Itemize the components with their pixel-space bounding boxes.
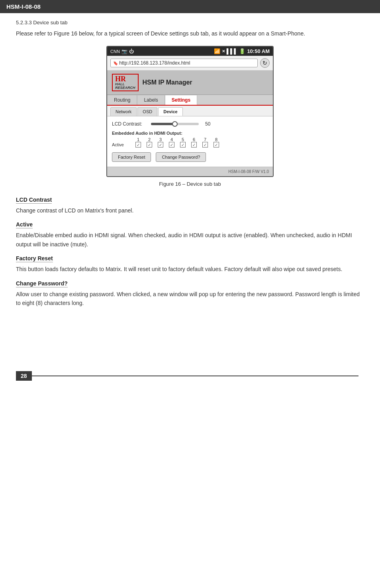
slider-thumb[interactable] bbox=[172, 121, 178, 127]
phone-mockup: CNN 📷 ⏻ 📶 ✕ ▌▌▌ 🔋 10:50 AM 🔖 http://192.… bbox=[106, 46, 274, 177]
phone-status-bar: CNN 📷 ⏻ 📶 ✕ ▌▌▌ 🔋 10:50 AM bbox=[107, 47, 273, 56]
header-title: HSM-I-08-08 bbox=[6, 3, 41, 10]
phone-footer: HSM-I-08-08 F/W V1.0 bbox=[107, 167, 273, 176]
lcd-contrast-value: 50 bbox=[205, 121, 210, 127]
active-label: Active bbox=[112, 142, 133, 147]
checkbox-7[interactable] bbox=[200, 142, 211, 147]
checkbox-6[interactable] bbox=[188, 142, 200, 147]
app-logo: HR HALLRESEARCH bbox=[112, 74, 139, 91]
section-lcd-contrast-body: Change contrast of LCD on Matrix's front… bbox=[16, 206, 364, 215]
checkbox-5[interactable] bbox=[177, 142, 188, 147]
cb-1[interactable] bbox=[135, 142, 141, 147]
firmware-version: HSM-I-08-08 F/W V1.0 bbox=[228, 169, 269, 174]
cb-4[interactable] bbox=[169, 142, 174, 147]
figure-caption: Figure 16 – Device sub tab bbox=[16, 181, 364, 187]
url-text: http://192.168.123.178/index.html bbox=[119, 60, 190, 66]
embedded-audio-section: Embedded Audio in HDMI Output: 1 2 3 4 5… bbox=[112, 131, 268, 147]
section-factory-reset-body: This button loads factory defaults to Ma… bbox=[16, 265, 364, 273]
power-icon: ⏻ bbox=[129, 49, 134, 54]
cb-2[interactable] bbox=[147, 142, 152, 147]
intro-text: Please refer to Figure 16 below, for a t… bbox=[16, 29, 364, 38]
col-num-7: 7 bbox=[200, 137, 211, 142]
signal-bars-icon: ▌▌▌ bbox=[227, 48, 238, 54]
embedded-audio-label: Embedded Audio in HDMI Output: bbox=[112, 131, 268, 136]
section-change-password-body: Allow user to change existing password. … bbox=[16, 290, 364, 308]
url-bar[interactable]: 🔖 http://192.168.123.178/index.html bbox=[110, 59, 258, 67]
subtab-device[interactable]: Device bbox=[158, 107, 182, 116]
cb-5[interactable] bbox=[180, 142, 186, 147]
browser-bar: 🔖 http://192.168.123.178/index.html ↻ bbox=[107, 56, 273, 71]
active-checkbox-row: Active bbox=[112, 142, 268, 147]
section-active-title: Active bbox=[16, 221, 33, 228]
slider-fill bbox=[151, 123, 175, 125]
app-title: HSM IP Manager bbox=[143, 79, 192, 86]
app-header: HR HALLRESEARCH HSM IP Manager bbox=[107, 71, 273, 95]
cb-8[interactable] bbox=[214, 142, 219, 147]
page-icon: 🔖 bbox=[113, 61, 118, 65]
col-num-5: 5 bbox=[177, 137, 188, 142]
time-display: 10:50 AM bbox=[247, 48, 270, 54]
status-left: CNN 📷 ⏻ bbox=[110, 49, 134, 54]
lcd-contrast-row: LCD Contrast: 50 bbox=[112, 121, 268, 127]
col-num-6: 6 bbox=[188, 137, 200, 142]
section-factory-reset: Factory Reset This button loads factory … bbox=[16, 255, 364, 273]
header-bar: HSM-I-08-08 bbox=[0, 0, 380, 13]
change-password-button[interactable]: Change Password? bbox=[156, 152, 206, 162]
section-factory-reset-title: Factory Reset bbox=[16, 255, 53, 262]
section-number: 5.2.3.3 Device sub tab bbox=[16, 20, 364, 26]
battery-icon: 🔋 bbox=[239, 48, 245, 54]
subtab-osd[interactable]: OSD bbox=[137, 107, 157, 116]
checkbox-2[interactable] bbox=[144, 142, 155, 147]
cb-3[interactable] bbox=[158, 142, 163, 147]
checkbox-1[interactable] bbox=[133, 142, 144, 147]
section-change-password-title: Change Password? bbox=[16, 280, 68, 287]
lcd-contrast-label: LCD Contrast: bbox=[112, 121, 148, 127]
tab-settings[interactable]: Settings bbox=[165, 95, 197, 105]
refresh-icon: ↻ bbox=[262, 60, 267, 66]
tab-routing[interactable]: Routing bbox=[107, 95, 137, 105]
checkbox-4[interactable] bbox=[166, 142, 177, 147]
subtab-network[interactable]: Network bbox=[110, 107, 137, 116]
footer-line bbox=[32, 376, 358, 376]
section-active-body: Enable/Disable embed audio in HDMI signa… bbox=[16, 231, 364, 249]
phone-content: LCD Contrast: 50 Embedded Audio in HDMI … bbox=[107, 116, 273, 167]
tab-labels[interactable]: Labels bbox=[137, 95, 165, 105]
col-num-2: 2 bbox=[144, 137, 155, 142]
col-num-3: 3 bbox=[155, 137, 166, 142]
button-row: Factory Reset Change Password? bbox=[112, 152, 268, 162]
carrier-label: CNN bbox=[110, 49, 120, 54]
wifi-icon: 📷 bbox=[121, 49, 127, 54]
checkbox-8[interactable] bbox=[211, 142, 222, 147]
sub-tabs: Network OSD Device bbox=[107, 106, 273, 116]
col-num-4: 4 bbox=[166, 137, 177, 142]
page-number: 28 bbox=[16, 371, 32, 381]
section-active: Active Enable/Disable embed audio in HDM… bbox=[16, 221, 364, 249]
logo-sub: HALLRESEARCH bbox=[115, 83, 135, 90]
main-tabs: Routing Labels Settings bbox=[107, 95, 273, 106]
close-icon: ✕ bbox=[222, 49, 225, 53]
checkbox-numbers: 1 2 3 4 5 6 7 8 bbox=[112, 137, 268, 142]
status-right: 📶 ✕ ▌▌▌ 🔋 10:50 AM bbox=[214, 48, 270, 54]
col-num-8: 8 bbox=[211, 137, 222, 142]
cb-7[interactable] bbox=[202, 142, 208, 147]
refresh-button[interactable]: ↻ bbox=[260, 58, 270, 68]
checkbox-3[interactable] bbox=[155, 142, 166, 147]
cb-6[interactable] bbox=[191, 142, 197, 147]
logo-main: HR bbox=[115, 75, 126, 83]
wifi-signal-icon: 📶 bbox=[214, 48, 220, 54]
lcd-contrast-slider[interactable] bbox=[151, 123, 199, 125]
col-num-1: 1 bbox=[133, 137, 144, 142]
factory-reset-button[interactable]: Factory Reset bbox=[112, 152, 151, 162]
section-lcd-contrast-title: LCD Contrast bbox=[16, 197, 52, 204]
section-change-password: Change Password? Allow user to change ex… bbox=[16, 280, 364, 308]
section-lcd-contrast: LCD Contrast Change contrast of LCD on M… bbox=[16, 197, 364, 215]
